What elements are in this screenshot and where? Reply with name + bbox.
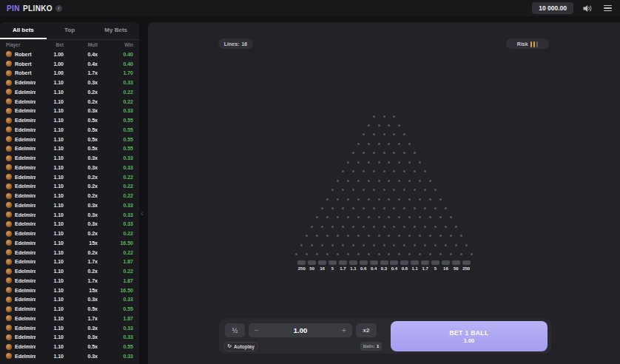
peg	[398, 235, 400, 237]
peg	[373, 244, 375, 246]
win-value: 1.87	[98, 278, 133, 283]
peg	[357, 235, 360, 237]
peg	[295, 253, 297, 255]
logo-plinko: PLINKO	[23, 4, 53, 13]
logo-pin: PIN	[7, 4, 20, 13]
peg	[455, 226, 457, 228]
bet-button[interactable]: BET 1 BALL 1.00	[391, 321, 547, 351]
peg	[398, 161, 400, 164]
peg	[352, 226, 354, 228]
bet-amount-input[interactable]: 1.00	[265, 326, 336, 334]
peg	[419, 235, 421, 237]
peg	[398, 143, 400, 145]
peg	[414, 189, 416, 191]
peg	[383, 226, 385, 228]
multiplier-value: 0.5x	[64, 118, 98, 123]
bet-row: Edelmira1.100.5x0.55	[0, 304, 139, 314]
peg	[419, 180, 421, 182]
bet-row: Edelmira1.100.3x0.33	[0, 163, 139, 172]
peg	[424, 170, 426, 172]
win-value: 0.22	[98, 99, 133, 104]
peg	[445, 226, 447, 228]
bet-value: 1.10	[36, 240, 64, 246]
bet-row: Edelmira1.100.5x0.55	[0, 115, 139, 125]
peg	[347, 216, 349, 218]
player-avatar	[6, 297, 12, 303]
peg	[357, 161, 360, 164]
peg	[363, 133, 365, 135]
autoplay-button[interactable]: Autoplay	[223, 342, 258, 351]
player-avatar	[6, 212, 12, 218]
peg	[368, 235, 370, 237]
info-icon[interactable]: i	[55, 5, 62, 12]
peg	[383, 244, 385, 246]
win-value: 0.22	[98, 231, 133, 236]
win-value: 0.33	[98, 108, 133, 113]
bet-value: 1.10	[36, 334, 64, 340]
peg	[398, 253, 400, 255]
tab-my-bets[interactable]: My Bets	[92, 22, 139, 39]
bucket	[360, 260, 368, 265]
bet-row: Edelmira1.100.2x0.22	[0, 97, 139, 107]
player-name: Edelmira	[15, 137, 36, 142]
tab-all-bets[interactable]: All bets	[0, 22, 47, 39]
peg	[450, 253, 452, 255]
bet-amount-group: − 1.00 +	[249, 323, 352, 337]
peg	[408, 216, 411, 218]
peg	[393, 170, 395, 172]
player-avatar	[6, 277, 12, 283]
bet-value: 1.10	[36, 326, 64, 331]
peg	[337, 253, 339, 255]
win-value: 0.33	[98, 155, 133, 161]
player-name: Edelmira	[15, 344, 36, 349]
peg	[388, 180, 390, 182]
balls-badge[interactable]: Balls: 1	[360, 342, 382, 351]
win-value: 0.33	[98, 297, 133, 302]
peg	[378, 124, 380, 127]
peg	[326, 235, 328, 237]
player-avatar	[6, 108, 12, 114]
sound-icon[interactable]	[583, 4, 593, 13]
peg	[306, 253, 308, 255]
multiplier-value: 15x	[64, 240, 98, 246]
bucket	[349, 260, 357, 265]
collapse-sidebar-icon[interactable]: ‹	[141, 209, 144, 218]
player-avatar	[6, 127, 12, 132]
win-value: 0.33	[98, 221, 133, 226]
bucket	[370, 260, 378, 265]
player-avatar	[6, 164, 12, 170]
menu-icon[interactable]	[602, 4, 613, 13]
player-name: Edelmira	[15, 259, 36, 264]
peg	[357, 198, 360, 200]
bucket	[328, 260, 337, 265]
peg	[393, 207, 395, 209]
peg	[321, 226, 323, 228]
peg	[368, 253, 370, 255]
multiplier-value: 0.2x	[64, 193, 98, 198]
bucket	[318, 260, 326, 265]
peg	[434, 207, 437, 209]
bet-value: 1.10	[36, 99, 64, 104]
player-name: Edelmira	[15, 193, 36, 198]
player-name: Edelmira	[15, 212, 36, 218]
increase-bet-button[interactable]: +	[336, 326, 352, 334]
half-bet-button[interactable]: ½	[225, 323, 245, 337]
player-name: Edelmira	[15, 80, 36, 85]
bets-sidebar: All betsTopMy Bets Player Bet Mult Win R…	[0, 22, 139, 364]
peg	[450, 235, 452, 237]
peg	[337, 180, 339, 182]
bet-controls: ½ − 1.00 + x2 Autoplay Balls: 1 BET 1 BA…	[219, 319, 551, 354]
peg	[460, 235, 462, 237]
col-player: Player	[6, 42, 36, 47]
multiplier-value: 0.5x	[64, 146, 98, 151]
bet-value: 1.10	[36, 193, 64, 198]
bet-row: Edelmira1.100.5x0.55	[0, 144, 139, 154]
player-name: Edelmira	[15, 221, 36, 226]
tab-top[interactable]: Top	[47, 22, 93, 39]
peg	[388, 143, 390, 145]
peg	[326, 216, 328, 218]
decrease-bet-button[interactable]: −	[249, 326, 265, 334]
player-name: Edelmira	[15, 278, 36, 283]
win-value: 0.33	[98, 354, 133, 359]
double-bet-button[interactable]: x2	[356, 323, 377, 337]
